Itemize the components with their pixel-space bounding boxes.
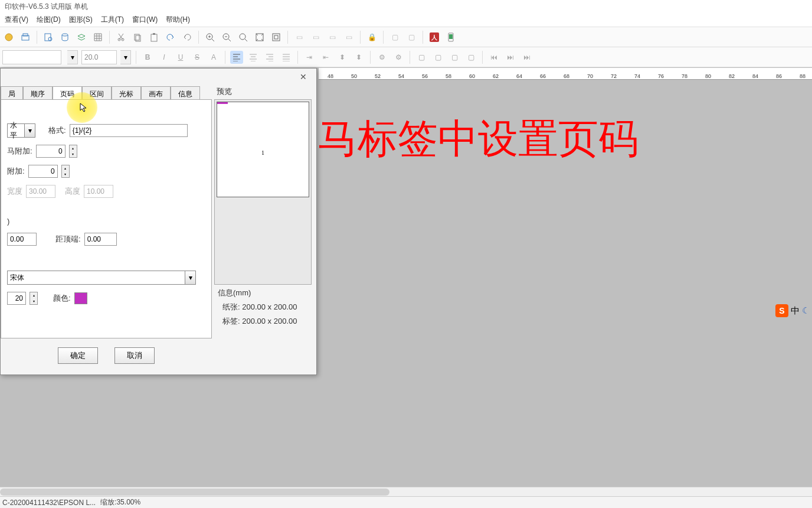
app-title: 印软件-V6.5.3 试用版 单机: [5, 2, 88, 12]
svg-point-5: [62, 34, 68, 36]
width-input: [26, 185, 55, 198]
paren-label: ): [7, 217, 9, 226]
ok-button[interactable]: 确定: [58, 347, 98, 364]
zoom-fit-icon[interactable]: [237, 31, 250, 44]
nav-end-icon[interactable]: ⏭: [520, 51, 533, 64]
misc1-icon[interactable]: ▢: [415, 51, 428, 64]
align-left-icon[interactable]: [230, 51, 243, 64]
zoom-out-icon[interactable]: [220, 31, 233, 44]
main-toolbar: ▭ ▭ ▭ ▭ 🔒 ▢ ▢ 人: [0, 27, 812, 47]
svg-point-14: [240, 34, 245, 40]
align-justify-icon[interactable]: [280, 51, 293, 64]
new-icon[interactable]: [2, 31, 15, 44]
scrollbar-thumb[interactable]: [0, 489, 389, 496]
fontsize-dropdown-icon[interactable]: ▾: [120, 50, 131, 64]
align-center-icon[interactable]: [247, 51, 260, 64]
nav-prev-icon[interactable]: ⏮: [487, 51, 500, 64]
adjust2-icon[interactable]: ⚙: [392, 51, 405, 64]
font-family-select[interactable]: 宋体 ▾: [7, 271, 196, 285]
info-paper: 纸张: 200.00 x 200.00: [214, 300, 315, 314]
group-icon[interactable]: ▭: [293, 31, 306, 44]
preview-pagenum: 1: [217, 149, 309, 156]
misc3-icon[interactable]: ▢: [448, 51, 461, 64]
object2-icon[interactable]: ▢: [405, 31, 418, 44]
offset1-spinner[interactable]: ▴▾: [69, 145, 77, 158]
database-icon[interactable]: [58, 31, 71, 44]
menu-shape[interactable]: 图形(S): [69, 15, 93, 25]
ruler-tick: 76: [649, 73, 673, 79]
height-input: [84, 185, 113, 198]
strike-icon[interactable]: S: [191, 51, 204, 64]
cursor-icon: [80, 103, 89, 112]
ime-moon-icon[interactable]: ☾: [802, 305, 810, 316]
fontsize-input[interactable]: [7, 292, 26, 305]
font-select[interactable]: [2, 50, 61, 64]
color-swatch[interactable]: [74, 292, 87, 304]
nav-next-icon[interactable]: ⏭: [504, 51, 517, 64]
device-icon[interactable]: [444, 31, 457, 44]
horizontal-scrollbar[interactable]: [0, 487, 812, 496]
undo-icon[interactable]: [164, 31, 177, 44]
print-icon[interactable]: [19, 31, 32, 44]
copy-icon[interactable]: [131, 31, 144, 44]
fontsize-input[interactable]: 20.0: [81, 50, 117, 64]
grid-icon[interactable]: [91, 31, 104, 44]
font-dropdown-icon[interactable]: ▾: [67, 50, 78, 64]
menu-tools[interactable]: 工具(T): [101, 15, 124, 25]
paste-icon[interactable]: [148, 31, 161, 44]
ungroup-icon[interactable]: ▭: [309, 31, 322, 44]
fit-window-icon[interactable]: [253, 31, 266, 44]
offset2-spinner[interactable]: ▴▾: [61, 165, 70, 178]
fontsize-spinner[interactable]: ▴▾: [30, 292, 38, 305]
align-right-icon[interactable]: [263, 51, 276, 64]
ime-lang[interactable]: 中: [791, 305, 800, 317]
ruler-tick: 62: [484, 73, 508, 79]
bold-icon[interactable]: B: [141, 51, 154, 64]
ime-logo-icon[interactable]: S: [775, 304, 788, 317]
canvas-area: 4850525456586062646668707274767880828486…: [0, 68, 812, 490]
spacing3-icon[interactable]: ⬍: [336, 51, 349, 64]
spacing4-icon[interactable]: ⬍: [352, 51, 365, 64]
misc4-icon[interactable]: ▢: [464, 51, 477, 64]
align-icon[interactable]: ▭: [326, 31, 339, 44]
italic-icon[interactable]: I: [158, 51, 171, 64]
zoom-in-icon[interactable]: [204, 31, 217, 44]
distribute-icon[interactable]: ▭: [342, 31, 355, 44]
layers-icon[interactable]: [75, 31, 88, 44]
object1-icon[interactable]: ▢: [388, 31, 401, 44]
pos2-input[interactable]: [84, 233, 117, 246]
spacing1-icon[interactable]: ⇥: [303, 51, 316, 64]
redo-icon[interactable]: [181, 31, 194, 44]
format-input[interactable]: [70, 124, 188, 137]
underline-icon[interactable]: U: [174, 51, 187, 64]
menu-view[interactable]: 查看(V): [5, 15, 28, 25]
pos1-input[interactable]: [7, 233, 37, 246]
lock-icon[interactable]: 🔒: [365, 31, 378, 44]
offset1-input[interactable]: [36, 145, 66, 158]
chevron-down-icon[interactable]: ▾: [185, 271, 195, 284]
close-icon[interactable]: ✕: [300, 72, 310, 83]
menu-draw[interactable]: 绘图(D): [37, 15, 61, 25]
ruler-tick: 80: [696, 73, 720, 79]
offset2-label: 附加:: [7, 166, 25, 177]
fit-selection-icon[interactable]: [270, 31, 283, 44]
cut-icon[interactable]: [114, 31, 127, 44]
adjust1-icon[interactable]: ⚙: [375, 51, 388, 64]
chevron-down-icon[interactable]: ▾: [24, 124, 35, 137]
svg-rect-11: [153, 33, 155, 35]
menu-help[interactable]: 帮助(H): [166, 15, 190, 25]
orientation-select[interactable]: 水平 ▾: [7, 123, 35, 138]
pdf-icon[interactable]: 人: [428, 31, 441, 44]
offset2-input[interactable]: [28, 165, 58, 178]
color-label: 颜色:: [53, 293, 71, 304]
width-label: 宽度: [7, 186, 22, 197]
menu-window[interactable]: 窗口(W): [132, 15, 158, 25]
ruler-tick: 78: [673, 73, 696, 79]
ime-badge: S 中 ☾: [775, 304, 810, 317]
misc2-icon[interactable]: ▢: [431, 51, 444, 64]
spacing2-icon[interactable]: ⇤: [319, 51, 332, 64]
textcolor-icon[interactable]: A: [207, 51, 220, 64]
cancel-button[interactable]: 取消: [114, 347, 155, 364]
horizontal-ruler: 4850525456586062646668707274767880828486…: [319, 68, 812, 80]
preview-icon[interactable]: [42, 31, 55, 44]
